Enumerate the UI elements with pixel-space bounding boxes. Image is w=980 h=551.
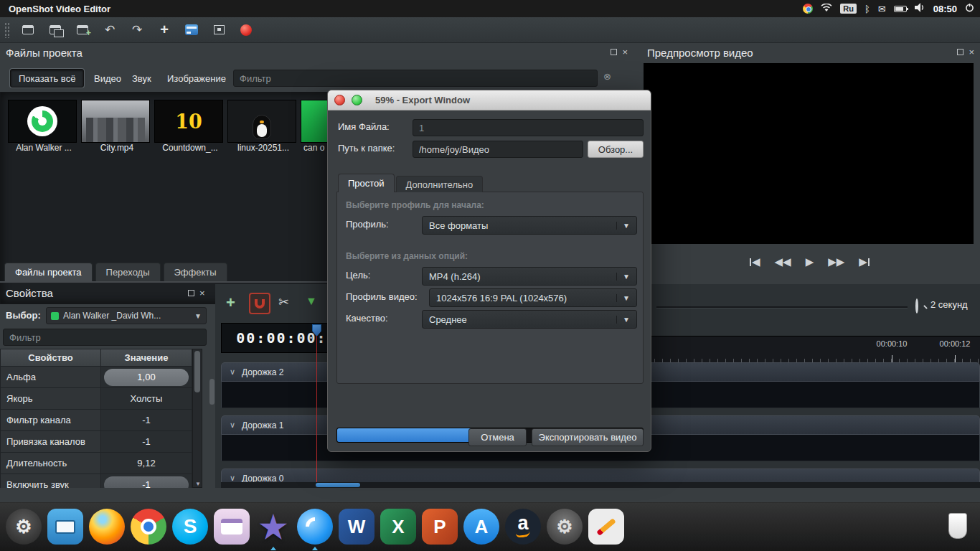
trash-icon[interactable] [948,513,967,539]
file-item[interactable]: Alan Walker ... [8,100,80,153]
track-chevron-icon[interactable]: ∨ [230,367,235,377]
table-row[interactable]: Включить звук -1 [1,474,192,488]
clock[interactable]: 08:50 [933,4,957,14]
export-video-icon[interactable] [237,22,255,39]
header-property[interactable]: Свойство [1,349,101,366]
browse-button[interactable]: Обзор... [588,141,644,158]
selection-dropdown[interactable]: Alan Walker _David Wh... ▼ [46,307,207,324]
tab-simple[interactable]: Простой [338,174,395,192]
chrome-icon[interactable] [131,509,166,545]
volume-icon[interactable] [915,2,925,15]
powerpoint-icon[interactable]: P [422,509,458,545]
tab-project-files[interactable]: Файлы проекта [4,263,93,281]
redo-icon[interactable]: ↷ [128,22,146,39]
save-project-icon[interactable] [74,22,91,39]
dialog-maximize-button[interactable] [352,95,362,105]
session-menu-icon[interactable] [965,2,974,15]
quality-select[interactable]: Среднее ▼ [422,310,637,329]
excel-icon[interactable]: X [380,509,416,545]
export-video-button[interactable]: Экспортировать видео [532,428,644,446]
properties-scrollbar[interactable]: ▼ [192,349,202,488]
close-panel-icon[interactable]: × [622,49,628,55]
clear-filter-icon[interactable]: ⊗ [603,71,611,82]
play-icon[interactable]: ▶ [806,255,814,268]
header-value[interactable]: Значение [101,349,192,366]
folder-path-input[interactable] [413,141,583,158]
snapping-toggle[interactable] [249,293,270,314]
panel-splitter-handle[interactable] [209,379,215,405]
folder-path-label: Путь к папке: [338,143,395,154]
browser-app-icon[interactable] [297,509,333,545]
table-row[interactable]: Привязка каналов -1 [1,431,192,453]
rewind-icon[interactable]: ◀◀ [775,255,791,268]
messages-app-icon[interactable] [214,509,250,545]
float-panel-icon[interactable] [611,49,617,55]
jump-to-end-icon[interactable]: ▶ [859,255,870,268]
bluetooth-icon[interactable]: ᛒ [864,4,870,14]
files-app-icon[interactable] [47,509,83,545]
choose-profile-icon[interactable] [183,22,200,39]
import-files-icon[interactable]: + [156,22,173,39]
undo-icon[interactable]: ↶ [101,22,118,39]
close-panel-icon[interactable]: × [969,49,974,55]
system-settings-icon[interactable]: ⚙ [547,509,583,545]
app-store-icon[interactable]: A [463,509,499,545]
draw-app-icon[interactable] [588,509,624,545]
battery-icon[interactable] [894,6,907,12]
new-project-icon[interactable] [19,22,37,39]
table-row[interactable]: Фильтр канала -1 [1,410,192,431]
razor-icon[interactable]: ✂ [278,294,289,310]
export-dialog-titlebar[interactable]: 59% - Export Window [328,90,651,110]
image-filter-button[interactable]: Изображение [159,69,235,88]
dialog-close-button[interactable] [334,95,345,105]
table-row[interactable]: Альфа 1,00 [1,367,192,388]
profile-select[interactable]: Все форматы ▼ [422,216,637,235]
table-row[interactable]: Длительность 9,12 [1,453,192,474]
chevron-down-icon: ▼ [616,222,630,230]
file-item[interactable]: 10 Countdown_... [154,100,226,153]
jump-to-start-icon[interactable]: ◀ [750,255,760,268]
files-filter-input[interactable] [233,70,598,87]
tab-effects[interactable]: Эффекты [164,263,227,281]
close-panel-icon[interactable]: × [199,290,205,296]
firefox-icon[interactable] [89,509,125,545]
target-value: MP4 (h.264) [429,271,481,282]
track-chevron-icon[interactable]: ∨ [230,420,235,430]
tab-advanced[interactable]: Дополнительно [396,176,484,192]
add-track-icon[interactable]: + [226,293,235,312]
files-panel-tabs: Файлы проекта Переходы Эффекты [4,263,227,281]
tab-transitions[interactable]: Переходы [95,263,161,281]
file-item[interactable]: City.mp4 [81,100,153,153]
ruler-mark: 00:00:10 [877,339,908,348]
zoom-slider[interactable] [656,306,908,308]
float-panel-icon[interactable] [957,49,963,55]
chrome-tray-icon[interactable] [803,4,813,14]
file-item[interactable]: linux-20251... [227,100,299,153]
scroll-down-icon[interactable]: ▼ [195,481,201,487]
keyboard-layout-indicator[interactable]: Ru [840,4,857,14]
add-marker-icon[interactable]: ▼ [306,295,317,308]
fullscreen-icon[interactable] [210,22,227,39]
file-name-input[interactable] [413,119,644,136]
prop-name: Привязка каналов [1,431,101,452]
star-app-icon[interactable]: ★ [255,509,291,545]
target-select[interactable]: MP4 (h.264) ▼ [422,267,637,286]
launcher-settings-icon[interactable]: ⚙ [6,509,42,545]
timeline-hscrollbar[interactable] [221,482,980,488]
toolbar-grip[interactable] [4,22,9,38]
amazon-icon[interactable]: a [505,509,541,545]
cancel-button[interactable]: Отмена [468,428,527,446]
video-profile-select[interactable]: 1024x576 16:9 PAL (1024x576) ▼ [429,288,637,307]
float-panel-icon[interactable] [188,290,194,296]
word-icon[interactable]: W [339,509,374,545]
properties-filter-input[interactable] [3,329,207,346]
skype-icon[interactable]: S [172,509,208,545]
open-project-icon[interactable] [47,22,64,39]
fast-forward-icon[interactable]: ▶▶ [828,255,844,268]
audio-filter-button[interactable]: Звук [123,69,160,88]
mail-icon[interactable]: ✉ [878,4,886,14]
hscroll-thumb[interactable] [316,483,360,487]
table-row[interactable]: Якорь Холсты [1,388,192,410]
show-all-button[interactable]: Показать всё [10,69,84,88]
wifi-icon[interactable] [821,2,832,15]
